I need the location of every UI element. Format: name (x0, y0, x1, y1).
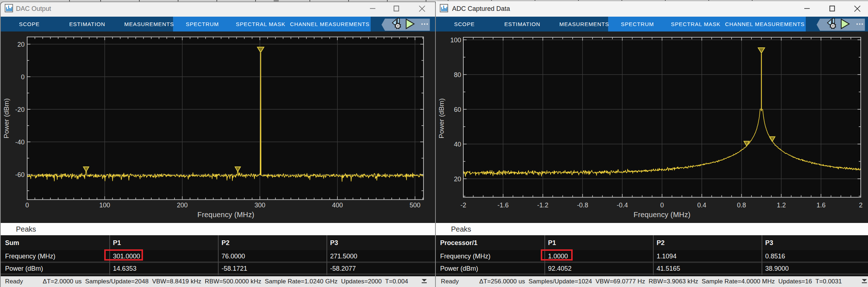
svg-text:0: 0 (21, 73, 25, 81)
svg-text:400: 400 (332, 202, 343, 209)
svg-text:100: 100 (450, 37, 461, 44)
svg-text:1.2: 1.2 (777, 202, 786, 209)
svg-text:2: 2 (859, 202, 863, 209)
svg-text:60: 60 (454, 106, 461, 113)
svg-text:20: 20 (454, 176, 461, 183)
svg-text:Frequency (MHz): Frequency (MHz) (197, 211, 254, 219)
svg-text:0.4: 0.4 (697, 202, 706, 209)
svg-text:0.8: 0.8 (737, 202, 746, 209)
svg-text:20: 20 (17, 41, 25, 48)
svg-text:500: 500 (409, 202, 420, 209)
svg-text:100: 100 (99, 202, 110, 209)
svg-text:Power (dBm): Power (dBm) (3, 98, 10, 139)
svg-text:40: 40 (454, 141, 461, 148)
svg-text:-0.8: -0.8 (577, 202, 588, 209)
svg-text:80: 80 (454, 71, 461, 79)
svg-text:Power (dBm): Power (dBm) (438, 98, 445, 139)
svg-text:0: 0 (25, 202, 29, 209)
svg-text:-1.2: -1.2 (537, 202, 548, 209)
svg-text:-1.6: -1.6 (497, 202, 509, 209)
svg-text:-2: -2 (460, 202, 466, 209)
svg-text:0: 0 (660, 202, 664, 209)
svg-text:-60: -60 (15, 171, 25, 178)
svg-text:Frequency (MHz): Frequency (MHz) (633, 211, 690, 219)
svg-text:-20: -20 (15, 106, 25, 113)
svg-text:300: 300 (254, 202, 265, 209)
svg-text:1.6: 1.6 (817, 202, 826, 209)
svg-text:-40: -40 (15, 139, 25, 146)
svg-text:200: 200 (177, 202, 188, 209)
svg-text:-0.4: -0.4 (617, 202, 628, 209)
